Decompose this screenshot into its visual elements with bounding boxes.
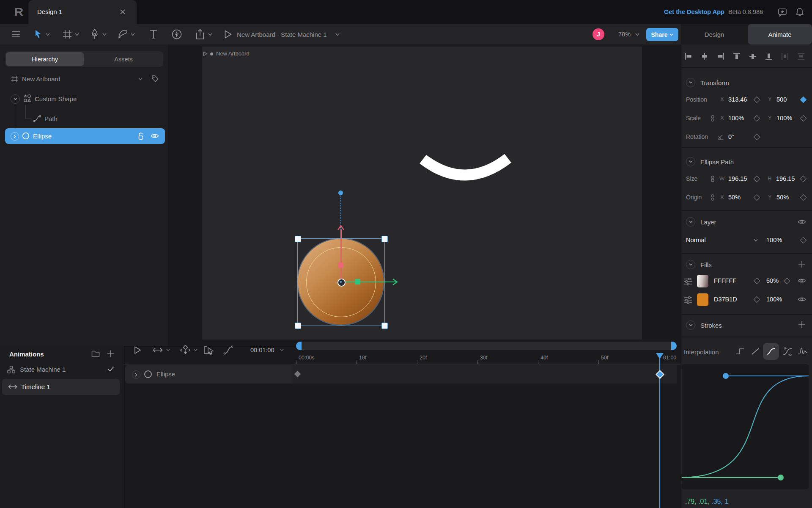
transform-collapse-icon[interactable]: [686, 78, 695, 87]
fill-opacity-input-white[interactable]: 50%: [766, 277, 779, 284]
y-axis-handle[interactable]: [338, 262, 343, 268]
timeline-row-selected[interactable]: Timeline 1: [2, 379, 120, 395]
fill-hex-input-white[interactable]: FFFFFF: [714, 277, 736, 284]
new-folder-icon[interactable]: [91, 350, 100, 357]
keyframe-navigate-chevron-icon[interactable]: [194, 349, 198, 351]
avatar[interactable]: J: [593, 28, 604, 40]
state-machine-row[interactable]: State Machine 1: [0, 362, 124, 377]
fill-color-swatch-white[interactable]: [697, 275, 708, 287]
align-left-icon[interactable]: [685, 52, 692, 60]
fill-hex-input-orange[interactable]: D37B1D: [714, 296, 737, 303]
unlock-icon[interactable]: [137, 132, 145, 140]
fills-section-header[interactable]: Fills: [686, 260, 712, 269]
document-tab[interactable]: Design 1: [28, 0, 137, 24]
zoom-chevron-icon[interactable]: [635, 33, 639, 36]
events-bolt-icon[interactable]: [172, 29, 182, 39]
pen-tool-icon[interactable]: [90, 29, 99, 40]
tree-row-path[interactable]: Path: [0, 112, 168, 125]
bbox-handle-top-left[interactable]: [295, 236, 301, 242]
bbox-handle-top-right[interactable]: [381, 236, 388, 242]
strokes-section-header[interactable]: Strokes: [686, 320, 722, 330]
track-row-ellipse[interactable]: Ellipse: [125, 365, 677, 384]
tab-design[interactable]: Design: [681, 24, 748, 44]
crescent-path-shape[interactable]: [418, 152, 513, 188]
menu-icon[interactable]: [12, 30, 20, 38]
cubic-bezier-values[interactable]: .79, .01, .35, 1: [685, 498, 728, 505]
expand-chevron-icon[interactable]: [11, 94, 20, 104]
size-link-icon[interactable]: [710, 176, 715, 182]
animation-path-endpoint-dot[interactable]: [338, 190, 343, 195]
artboard-tool-chevron-icon[interactable]: [75, 33, 79, 36]
layer-collapse-icon[interactable]: [686, 217, 695, 226]
zoom-level[interactable]: 78%: [618, 31, 631, 38]
active-artboard-title[interactable]: New Artboard - State Machine 1: [237, 31, 327, 38]
artboard-tool-icon[interactable]: [63, 30, 72, 39]
align-vertical-center-icon[interactable]: [749, 52, 757, 60]
add-animation-icon[interactable]: [107, 350, 115, 358]
export-icon[interactable]: [195, 29, 205, 40]
time-display-chevron-icon[interactable]: [280, 349, 284, 351]
artboard-surface[interactable]: [202, 47, 642, 340]
play-preview-icon[interactable]: [224, 30, 232, 39]
export-chevron-icon[interactable]: [208, 33, 212, 36]
artboard-title-chevron-icon[interactable]: [335, 33, 340, 36]
tag-icon[interactable]: [151, 75, 159, 83]
fill-visibility-eye-icon[interactable]: [798, 278, 806, 284]
fill-opacity-input-orange[interactable]: 100%: [766, 296, 782, 303]
rive-logo[interactable]: R: [12, 5, 25, 19]
position-x-input[interactable]: 313.46: [728, 96, 747, 103]
tab-assets[interactable]: Assets: [85, 52, 162, 66]
origin-x-input[interactable]: 50%: [728, 194, 741, 201]
procedural-shape-tool-icon[interactable]: [118, 30, 128, 39]
x-axis-handle[interactable]: [355, 279, 360, 284]
timeline-ruler[interactable]: 00:00s 10f 20f 30f 40f 50f 01:00: [124, 352, 681, 364]
scale-y-input[interactable]: 100%: [776, 115, 792, 121]
interpolation-curve-editor[interactable]: [682, 364, 809, 489]
origin-link-icon[interactable]: [710, 194, 715, 201]
blend-mode-select[interactable]: Normal: [686, 237, 706, 243]
distribute-horizontal-icon[interactable]: [781, 52, 789, 60]
scale-link-icon[interactable]: [710, 115, 715, 121]
text-tool-icon[interactable]: [149, 30, 158, 39]
align-horizontal-center-icon[interactable]: [701, 52, 708, 60]
interp-custom-cubic-icon[interactable]: [782, 347, 793, 356]
zoom-bar-left-handle[interactable]: [296, 342, 302, 350]
bbox-handle-bottom-left[interactable]: [295, 323, 301, 329]
layer-section-header[interactable]: Layer: [686, 217, 716, 226]
artboard-row-chevron-icon[interactable]: [138, 77, 143, 80]
pen-tool-chevron-icon[interactable]: [102, 33, 107, 36]
fills-collapse-icon[interactable]: [686, 260, 695, 269]
size-w-input[interactable]: 196.15: [728, 175, 747, 182]
tree-row-new-artboard[interactable]: New Artboard: [0, 72, 168, 86]
share-button[interactable]: Share: [646, 28, 678, 41]
playhead-marker[interactable]: [656, 353, 664, 359]
close-icon[interactable]: [120, 9, 126, 15]
add-stroke-icon[interactable]: [798, 320, 806, 329]
loop-mode-chevron-icon[interactable]: [166, 349, 170, 351]
tree-row-ellipse-selected[interactable]: Ellipse: [5, 128, 165, 144]
interp-hold-icon[interactable]: [736, 348, 744, 355]
align-top-icon[interactable]: [733, 52, 741, 60]
feedback-icon[interactable]: [777, 7, 787, 17]
blend-mode-chevron-icon[interactable]: [754, 239, 758, 242]
select-tool-chevron-icon[interactable]: [46, 33, 50, 36]
layer-opacity-input[interactable]: 100%: [766, 237, 782, 243]
align-right-icon[interactable]: [717, 52, 724, 60]
notifications-bell-icon[interactable]: [795, 7, 804, 17]
scale-x-input[interactable]: 100%: [728, 115, 744, 121]
add-fill-icon[interactable]: [798, 260, 806, 268]
align-bottom-icon[interactable]: [765, 52, 773, 60]
distribute-vertical-icon[interactable]: [797, 52, 805, 60]
fill-options-sliders-icon[interactable]: [683, 277, 693, 286]
shape-tool-chevron-icon[interactable]: [131, 33, 135, 36]
tab-hierarchy[interactable]: Hierarchy: [6, 52, 84, 66]
origin-target[interactable]: [337, 279, 346, 287]
layer-visibility-eye-icon[interactable]: [798, 219, 806, 225]
interp-elastic-icon[interactable]: [798, 347, 808, 356]
position-y-input[interactable]: 500: [776, 96, 787, 103]
transform-section-header[interactable]: Transform: [686, 78, 729, 87]
keyframe-diamond-start[interactable]: [294, 371, 301, 378]
interp-cubic-button-selected[interactable]: [763, 343, 779, 360]
rotation-input[interactable]: 0°: [728, 133, 734, 140]
ellipse-path-collapse-icon[interactable]: [686, 157, 695, 166]
